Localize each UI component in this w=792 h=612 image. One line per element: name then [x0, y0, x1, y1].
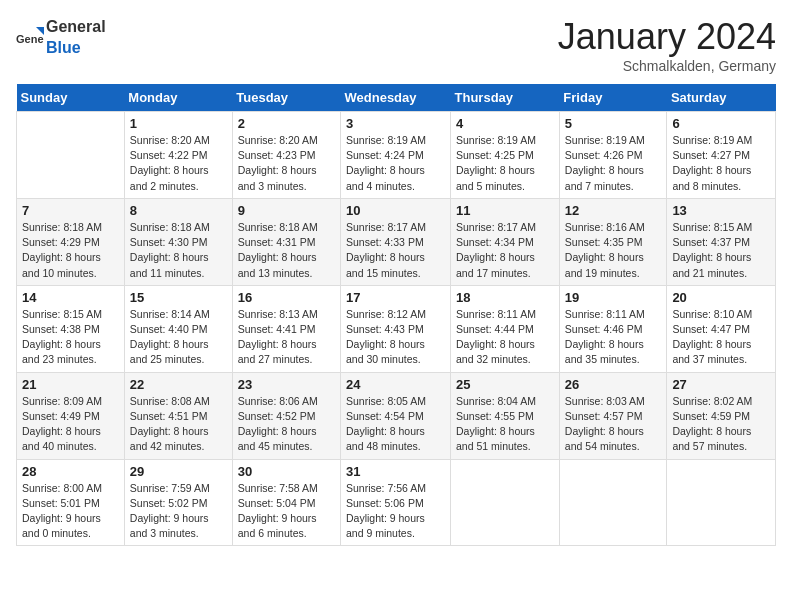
- logo-blue: Blue: [46, 39, 81, 56]
- day-info: Sunrise: 8:19 AM Sunset: 4:27 PM Dayligh…: [672, 133, 770, 194]
- day-number: 2: [238, 116, 335, 131]
- sunrise: Sunrise: 8:18 AM: [238, 221, 318, 233]
- daylight: Daylight: 9 hours and 9 minutes.: [346, 512, 425, 539]
- calendar-cell: 21 Sunrise: 8:09 AM Sunset: 4:49 PM Dayl…: [17, 372, 125, 459]
- day-info: Sunrise: 8:18 AM Sunset: 4:31 PM Dayligh…: [238, 220, 335, 281]
- daylight: Daylight: 8 hours and 2 minutes.: [130, 164, 209, 191]
- day-number: 9: [238, 203, 335, 218]
- calendar-cell: [17, 112, 125, 199]
- calendar-cell: 11 Sunrise: 8:17 AM Sunset: 4:34 PM Dayl…: [451, 198, 560, 285]
- daylight: Daylight: 9 hours and 0 minutes.: [22, 512, 101, 539]
- daylight: Daylight: 8 hours and 21 minutes.: [672, 251, 751, 278]
- day-number: 1: [130, 116, 227, 131]
- sunset: Sunset: 4:49 PM: [22, 410, 100, 422]
- calendar-table: SundayMondayTuesdayWednesdayThursdayFrid…: [16, 84, 776, 546]
- sunrise: Sunrise: 8:15 AM: [672, 221, 752, 233]
- day-info: Sunrise: 8:14 AM Sunset: 4:40 PM Dayligh…: [130, 307, 227, 368]
- sunset: Sunset: 4:29 PM: [22, 236, 100, 248]
- sunrise: Sunrise: 8:19 AM: [672, 134, 752, 146]
- day-info: Sunrise: 8:00 AM Sunset: 5:01 PM Dayligh…: [22, 481, 119, 542]
- day-number: 4: [456, 116, 554, 131]
- svg-text:General: General: [16, 33, 44, 45]
- day-info: Sunrise: 7:59 AM Sunset: 5:02 PM Dayligh…: [130, 481, 227, 542]
- day-info: Sunrise: 8:20 AM Sunset: 4:22 PM Dayligh…: [130, 133, 227, 194]
- logo: General General Blue: [16, 16, 106, 58]
- calendar-cell: 19 Sunrise: 8:11 AM Sunset: 4:46 PM Dayl…: [559, 285, 667, 372]
- sunset: Sunset: 4:54 PM: [346, 410, 424, 422]
- sunset: Sunset: 4:27 PM: [672, 149, 750, 161]
- calendar-cell: 4 Sunrise: 8:19 AM Sunset: 4:25 PM Dayli…: [451, 112, 560, 199]
- calendar-cell: 15 Sunrise: 8:14 AM Sunset: 4:40 PM Dayl…: [124, 285, 232, 372]
- calendar-cell: 16 Sunrise: 8:13 AM Sunset: 4:41 PM Dayl…: [232, 285, 340, 372]
- day-info: Sunrise: 8:10 AM Sunset: 4:47 PM Dayligh…: [672, 307, 770, 368]
- day-number: 16: [238, 290, 335, 305]
- day-info: Sunrise: 8:17 AM Sunset: 4:34 PM Dayligh…: [456, 220, 554, 281]
- daylight: Daylight: 8 hours and 17 minutes.: [456, 251, 535, 278]
- calendar-cell: 29 Sunrise: 7:59 AM Sunset: 5:02 PM Dayl…: [124, 459, 232, 546]
- daylight: Daylight: 9 hours and 3 minutes.: [130, 512, 209, 539]
- daylight: Daylight: 8 hours and 7 minutes.: [565, 164, 644, 191]
- daylight: Daylight: 8 hours and 30 minutes.: [346, 338, 425, 365]
- weekday-header-tuesday: Tuesday: [232, 84, 340, 112]
- day-number: 28: [22, 464, 119, 479]
- weekday-header-saturday: Saturday: [667, 84, 776, 112]
- daylight: Daylight: 8 hours and 3 minutes.: [238, 164, 317, 191]
- calendar-cell: [559, 459, 667, 546]
- sunrise: Sunrise: 8:11 AM: [456, 308, 536, 320]
- daylight: Daylight: 8 hours and 13 minutes.: [238, 251, 317, 278]
- sunrise: Sunrise: 8:09 AM: [22, 395, 102, 407]
- day-info: Sunrise: 8:09 AM Sunset: 4:49 PM Dayligh…: [22, 394, 119, 455]
- calendar-cell: 18 Sunrise: 8:11 AM Sunset: 4:44 PM Dayl…: [451, 285, 560, 372]
- day-info: Sunrise: 8:17 AM Sunset: 4:33 PM Dayligh…: [346, 220, 445, 281]
- calendar-cell: 31 Sunrise: 7:56 AM Sunset: 5:06 PM Dayl…: [341, 459, 451, 546]
- sunset: Sunset: 5:01 PM: [22, 497, 100, 509]
- weekday-header-wednesday: Wednesday: [341, 84, 451, 112]
- calendar-cell: 28 Sunrise: 8:00 AM Sunset: 5:01 PM Dayl…: [17, 459, 125, 546]
- daylight: Daylight: 8 hours and 5 minutes.: [456, 164, 535, 191]
- day-info: Sunrise: 7:56 AM Sunset: 5:06 PM Dayligh…: [346, 481, 445, 542]
- sunrise: Sunrise: 8:06 AM: [238, 395, 318, 407]
- calendar-cell: 17 Sunrise: 8:12 AM Sunset: 4:43 PM Dayl…: [341, 285, 451, 372]
- calendar-cell: 10 Sunrise: 8:17 AM Sunset: 4:33 PM Dayl…: [341, 198, 451, 285]
- sunrise: Sunrise: 8:10 AM: [672, 308, 752, 320]
- weekday-header-friday: Friday: [559, 84, 667, 112]
- daylight: Daylight: 9 hours and 6 minutes.: [238, 512, 317, 539]
- day-info: Sunrise: 8:02 AM Sunset: 4:59 PM Dayligh…: [672, 394, 770, 455]
- day-number: 24: [346, 377, 445, 392]
- sunrise: Sunrise: 8:15 AM: [22, 308, 102, 320]
- daylight: Daylight: 8 hours and 35 minutes.: [565, 338, 644, 365]
- day-number: 19: [565, 290, 662, 305]
- logo-general: General: [46, 18, 106, 35]
- logo-icon: General: [16, 23, 44, 51]
- day-number: 10: [346, 203, 445, 218]
- calendar-cell: 9 Sunrise: 8:18 AM Sunset: 4:31 PM Dayli…: [232, 198, 340, 285]
- sunrise: Sunrise: 7:56 AM: [346, 482, 426, 494]
- daylight: Daylight: 8 hours and 45 minutes.: [238, 425, 317, 452]
- day-info: Sunrise: 7:58 AM Sunset: 5:04 PM Dayligh…: [238, 481, 335, 542]
- day-info: Sunrise: 8:18 AM Sunset: 4:30 PM Dayligh…: [130, 220, 227, 281]
- daylight: Daylight: 8 hours and 42 minutes.: [130, 425, 209, 452]
- weekday-header-monday: Monday: [124, 84, 232, 112]
- day-info: Sunrise: 8:08 AM Sunset: 4:51 PM Dayligh…: [130, 394, 227, 455]
- daylight: Daylight: 8 hours and 32 minutes.: [456, 338, 535, 365]
- calendar-week-row: 1 Sunrise: 8:20 AM Sunset: 4:22 PM Dayli…: [17, 112, 776, 199]
- day-info: Sunrise: 8:12 AM Sunset: 4:43 PM Dayligh…: [346, 307, 445, 368]
- sunset: Sunset: 4:37 PM: [672, 236, 750, 248]
- day-info: Sunrise: 8:05 AM Sunset: 4:54 PM Dayligh…: [346, 394, 445, 455]
- daylight: Daylight: 8 hours and 37 minutes.: [672, 338, 751, 365]
- sunset: Sunset: 4:44 PM: [456, 323, 534, 335]
- sunrise: Sunrise: 8:11 AM: [565, 308, 645, 320]
- sunset: Sunset: 5:02 PM: [130, 497, 208, 509]
- day-number: 25: [456, 377, 554, 392]
- weekday-header-sunday: Sunday: [17, 84, 125, 112]
- sunset: Sunset: 4:57 PM: [565, 410, 643, 422]
- daylight: Daylight: 8 hours and 25 minutes.: [130, 338, 209, 365]
- title-block: January 2024 Schmalkalden, Germany: [558, 16, 776, 74]
- sunrise: Sunrise: 8:02 AM: [672, 395, 752, 407]
- sunset: Sunset: 5:04 PM: [238, 497, 316, 509]
- sunset: Sunset: 4:51 PM: [130, 410, 208, 422]
- sunset: Sunset: 4:59 PM: [672, 410, 750, 422]
- day-number: 27: [672, 377, 770, 392]
- daylight: Daylight: 8 hours and 23 minutes.: [22, 338, 101, 365]
- day-number: 7: [22, 203, 119, 218]
